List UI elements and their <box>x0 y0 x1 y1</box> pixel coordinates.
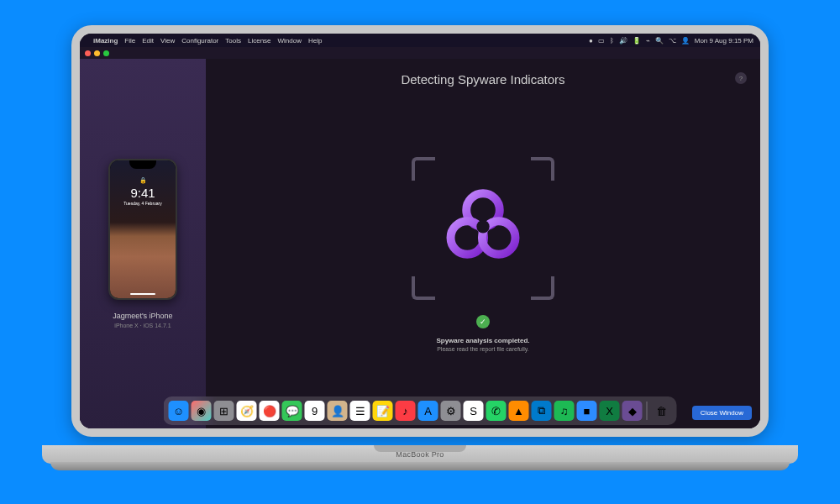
help-button[interactable]: ? <box>735 72 747 84</box>
menubar-left: iMazing File Edit View Configurator Tool… <box>87 37 322 45</box>
minimize-window-button[interactable] <box>94 50 100 56</box>
dock-notes-icon[interactable]: 📝 <box>373 401 393 421</box>
phone-date: Tuesday, 4 February <box>123 201 162 206</box>
menubar-right: ● ▭ ᛒ 🔊 🔋 ⌁ 🔍 ⌥ 👤 Mon 9 Aug 9:15 PM <box>589 37 753 45</box>
main-panel: Detecting Spyware Indicators ? <box>206 59 760 428</box>
device-sidebar: 🔒 9:41 Tuesday, 4 February Jagmeet's iPh… <box>80 59 206 428</box>
status-volume-icon[interactable]: 🔊 <box>619 37 627 45</box>
scan-result-area: ✓ Spyware analysis completed. Please rea… <box>219 93 747 415</box>
window-titlebar <box>80 47 760 59</box>
dock-divider <box>647 402 648 420</box>
panel-title: Detecting Spyware Indicators <box>219 72 747 87</box>
dock-settings-icon[interactable]: ⚙ <box>441 401 461 421</box>
svg-point-3 <box>476 220 489 233</box>
dock-music-icon[interactable]: ♪ <box>396 401 416 421</box>
status-bluetooth-icon[interactable]: ᛒ <box>610 37 614 45</box>
screen-bezel: iMazing File Edit View Configurator Tool… <box>71 25 769 437</box>
biohazard-icon <box>437 182 529 275</box>
dock-vscode-icon[interactable]: ⧉ <box>532 401 552 421</box>
laptop-mockup: iMazing File Edit View Configurator Tool… <box>71 25 769 479</box>
menubar-datetime[interactable]: Mon 9 Aug 9:15 PM <box>695 37 753 45</box>
status-message-secondary: Please read the report file carefully. <box>437 346 529 352</box>
menu-view[interactable]: View <box>160 37 175 45</box>
frame-corner-bl <box>412 276 435 300</box>
status-search-icon[interactable]: 🔍 <box>655 37 664 45</box>
device-name-label: Jagmeet's iPhone <box>113 312 172 320</box>
laptop-notch <box>374 445 466 452</box>
menu-configurator[interactable]: Configurator <box>181 37 218 45</box>
desktop: iMazing File Edit View Configurator Tool… <box>80 34 760 428</box>
dock-siri-icon[interactable]: ◉ <box>192 401 212 421</box>
macos-menubar: iMazing File Edit View Configurator Tool… <box>80 34 760 47</box>
dock-zoom-icon[interactable]: ■ <box>577 401 597 421</box>
dock-finder-icon[interactable]: ☺ <box>169 401 189 421</box>
home-indicator <box>130 293 155 295</box>
dock-spotify-icon[interactable]: ♫ <box>554 401 575 421</box>
dock-appstore-icon[interactable]: A <box>418 401 438 421</box>
success-check-icon: ✓ <box>476 315 490 328</box>
close-window-button[interactable] <box>85 50 91 56</box>
menu-help[interactable]: Help <box>308 37 322 45</box>
frame-corner-br <box>531 276 554 300</box>
status-battery-icon[interactable]: 🔋 <box>633 37 641 45</box>
imazing-window: 🔒 9:41 Tuesday, 4 February Jagmeet's iPh… <box>80 47 760 428</box>
status-record-icon[interactable]: ● <box>589 37 593 45</box>
close-window-action-button[interactable]: Close Window <box>692 406 752 420</box>
menu-tools[interactable]: Tools <box>225 37 241 45</box>
dock-trash-icon[interactable]: 🗑 <box>652 401 672 421</box>
device-info-label: iPhone X · iOS 14.7.1 <box>114 323 171 328</box>
window-content: 🔒 9:41 Tuesday, 4 February Jagmeet's iPh… <box>80 59 760 428</box>
lock-icon: 🔒 <box>139 177 147 184</box>
dock-imazing-icon[interactable]: ◆ <box>622 401 643 421</box>
phone-lockscreen: 🔒 9:41 Tuesday, 4 February <box>110 160 176 298</box>
dock-whatsapp-icon[interactable]: ✆ <box>486 401 507 421</box>
menu-window[interactable]: Window <box>278 37 302 45</box>
menu-license[interactable]: License <box>248 37 271 45</box>
dock-messages-icon[interactable]: 💬 <box>282 401 302 421</box>
frame-corner-tr <box>531 157 554 181</box>
dock-vlc-icon[interactable]: ▲ <box>509 401 529 421</box>
phone-time: 9:41 <box>130 186 155 200</box>
device-preview[interactable]: 🔒 9:41 Tuesday, 4 February <box>108 159 177 300</box>
status-display-icon[interactable]: ▭ <box>598 37 605 45</box>
menu-edit[interactable]: Edit <box>142 37 154 45</box>
frame-corner-tl <box>412 157 435 181</box>
status-controlcenter-icon[interactable]: ⌥ <box>669 37 676 45</box>
laptop-foot <box>50 462 790 470</box>
menu-file[interactable]: File <box>124 37 135 45</box>
status-user-icon[interactable]: 👤 <box>681 37 690 45</box>
dock-excel-icon[interactable]: X <box>600 401 620 421</box>
app-name[interactable]: iMazing <box>93 37 118 45</box>
laptop-base: MacBook Pro <box>42 445 798 464</box>
zoom-window-button[interactable] <box>103 50 109 56</box>
scan-frame <box>412 157 554 300</box>
status-wifi-icon[interactable]: ⌁ <box>646 37 650 45</box>
status-message-primary: Spyware analysis completed. <box>436 337 529 344</box>
phone-notch <box>129 160 156 169</box>
macos-dock: ☺◉⊞🧭🔴💬9👤☰📝♪A⚙S✆▲⧉♫■X◆🗑 <box>164 396 677 425</box>
dock-opera-icon[interactable]: 🔴 <box>260 401 280 421</box>
dock-skype-icon[interactable]: S <box>464 401 484 421</box>
dock-reminders-icon[interactable]: ☰ <box>350 401 370 421</box>
dock-safari-icon[interactable]: 🧭 <box>237 401 257 421</box>
dock-contacts-icon[interactable]: 👤 <box>328 401 348 421</box>
dock-launchpad-icon[interactable]: ⊞ <box>214 401 234 421</box>
dock-calendar-icon[interactable]: 9 <box>305 401 325 421</box>
